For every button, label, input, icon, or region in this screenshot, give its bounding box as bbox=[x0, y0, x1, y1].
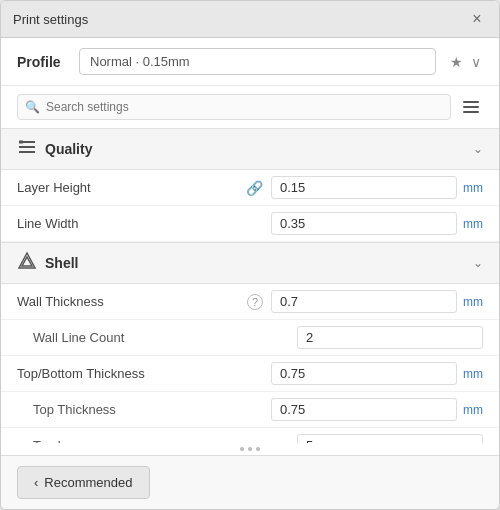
search-row: 🔍 bbox=[1, 86, 499, 128]
shell-section-icon bbox=[17, 251, 37, 275]
profile-value: Normal · 0.15mm bbox=[90, 54, 190, 69]
table-row: Top Thickness mm bbox=[1, 392, 499, 428]
setting-value-input[interactable] bbox=[271, 398, 457, 421]
setting-value-group bbox=[297, 434, 483, 443]
help-icon[interactable]: ? bbox=[247, 294, 263, 310]
setting-value-input[interactable] bbox=[297, 326, 483, 349]
titlebar: Print settings × bbox=[1, 1, 499, 38]
dot-2 bbox=[248, 447, 252, 451]
dot-1 bbox=[240, 447, 244, 451]
search-wrapper: 🔍 bbox=[17, 94, 451, 120]
setting-label: Line Width bbox=[17, 216, 271, 231]
settings-list: Quality ⌄ Layer Height 🔗 mm Line Width m… bbox=[1, 128, 499, 443]
setting-unit: mm bbox=[463, 181, 483, 195]
section-header-quality[interactable]: Quality ⌄ bbox=[1, 128, 499, 170]
setting-value-group: mm bbox=[271, 290, 483, 313]
profile-select[interactable]: Normal · 0.15mm bbox=[79, 48, 436, 75]
setting-value-input[interactable] bbox=[297, 434, 483, 443]
window-title: Print settings bbox=[13, 12, 88, 27]
setting-value-input[interactable] bbox=[271, 176, 457, 199]
chevron-left-icon: ‹ bbox=[34, 475, 38, 490]
close-button[interactable]: × bbox=[467, 9, 487, 29]
setting-label: Wall Line Count bbox=[17, 330, 297, 345]
dot-3 bbox=[256, 447, 260, 451]
table-row: Line Width mm bbox=[1, 206, 499, 242]
setting-value-group: mm bbox=[271, 362, 483, 385]
quality-section-icon bbox=[17, 137, 37, 161]
setting-label: Top/Bottom Thickness bbox=[17, 366, 271, 381]
content-area: Profile Normal · 0.15mm ★ ∨ 🔍 bbox=[1, 38, 499, 509]
setting-value-group: mm bbox=[271, 176, 483, 199]
search-input[interactable] bbox=[17, 94, 451, 120]
table-row: Wall Line Count bbox=[1, 320, 499, 356]
search-icon: 🔍 bbox=[25, 100, 40, 114]
setting-value-input[interactable] bbox=[271, 212, 457, 235]
footer: ‹ Recommended bbox=[1, 455, 499, 509]
setting-value-input[interactable] bbox=[271, 290, 457, 313]
setting-label: Wall Thickness bbox=[17, 294, 247, 309]
profile-label: Profile bbox=[17, 54, 67, 70]
chevron-shell-icon: ⌄ bbox=[473, 256, 483, 270]
chevron-down-icon[interactable]: ∨ bbox=[469, 52, 483, 72]
shell-section-title: Shell bbox=[45, 255, 465, 271]
table-row: Top Layers bbox=[1, 428, 499, 443]
setting-unit: mm bbox=[463, 367, 483, 381]
setting-value-group: mm bbox=[271, 398, 483, 421]
setting-unit: mm bbox=[463, 217, 483, 231]
setting-value-group: mm bbox=[271, 212, 483, 235]
quality-section-title: Quality bbox=[45, 141, 465, 157]
setting-label: Layer Height bbox=[17, 180, 246, 195]
table-row: Wall Thickness ? mm bbox=[1, 284, 499, 320]
recommended-label: Recommended bbox=[44, 475, 132, 490]
print-settings-window: Print settings × Profile Normal · 0.15mm… bbox=[0, 0, 500, 510]
setting-unit: mm bbox=[463, 403, 483, 417]
table-row: Top/Bottom Thickness mm bbox=[1, 356, 499, 392]
section-header-shell[interactable]: Shell ⌄ bbox=[1, 242, 499, 284]
setting-value-input[interactable] bbox=[271, 362, 457, 385]
chevron-quality-icon: ⌄ bbox=[473, 142, 483, 156]
table-row: Layer Height 🔗 mm bbox=[1, 170, 499, 206]
dots-row bbox=[1, 443, 499, 455]
profile-actions: ★ ∨ bbox=[448, 52, 483, 72]
setting-unit: mm bbox=[463, 295, 483, 309]
setting-label: Top Layers bbox=[17, 438, 297, 443]
star-icon[interactable]: ★ bbox=[448, 52, 465, 72]
profile-row: Profile Normal · 0.15mm ★ ∨ bbox=[1, 38, 499, 86]
recommended-button[interactable]: ‹ Recommended bbox=[17, 466, 150, 499]
setting-label: Top Thickness bbox=[17, 402, 271, 417]
setting-value-group bbox=[297, 326, 483, 349]
link-icon[interactable]: 🔗 bbox=[246, 180, 263, 196]
menu-icon[interactable] bbox=[459, 97, 483, 117]
